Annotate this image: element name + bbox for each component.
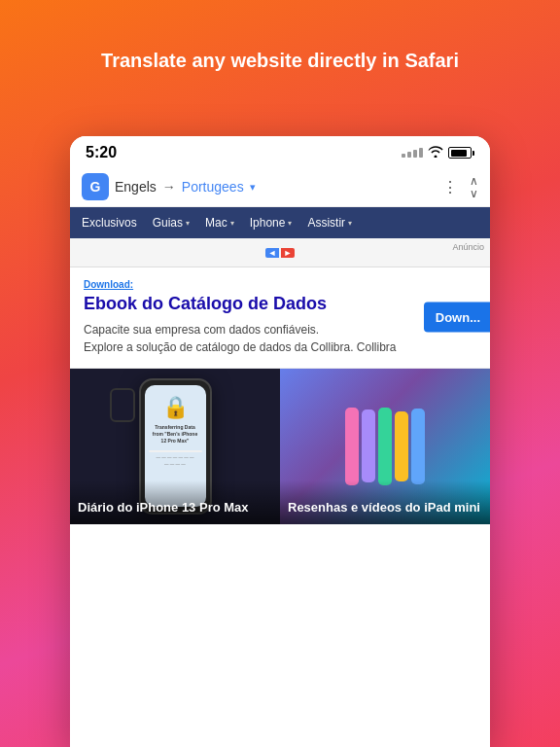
status-time: 5:20 <box>86 144 117 161</box>
ad-title: Ebook do Catálogo de Dados <box>84 294 476 315</box>
ad-left-arrow-icon: ◄ <box>265 248 279 258</box>
collapse-translate-button[interactable]: ∧ ∨ <box>470 175 478 199</box>
translate-bar: G Engels → Portugees ▾ ⋮ ∧ ∨ <box>70 167 490 207</box>
nav-item-iphone[interactable]: Iphone ▾ <box>242 210 300 235</box>
card-iphone-label: Diário do iPhone 13 Pro Max <box>70 480 280 524</box>
assistir-chevron-icon: ▾ <box>348 219 352 228</box>
ad-description: Capacite sua empresa com dados confiávei… <box>84 321 476 356</box>
card-ipad-label: Resenhas e vídeos do iPad mini <box>280 480 490 524</box>
nav-bar: Exclusivos Guias ▾ Mac ▾ Iphone ▾ Assist… <box>70 207 490 238</box>
target-language[interactable]: Portugees <box>182 179 244 195</box>
status-bar: 5:20 <box>70 136 490 167</box>
source-language: Engels <box>115 179 157 195</box>
translate-arrow-icon: → <box>162 179 176 195</box>
google-translate-logo: G <box>82 173 109 200</box>
ad-right-arrow-icon: ► <box>281 248 295 258</box>
card-iphone[interactable]: 🔒 Transferring Datafrom "Ben's iPhone12 … <box>70 369 280 524</box>
nav-item-assistir[interactable]: Assistir ▾ <box>299 210 360 235</box>
cards-section: 🔒 Transferring Datafrom "Ben's iPhone12 … <box>70 369 490 524</box>
ad-content-block[interactable]: Download: Ebook do Catálogo de Dados Cap… <box>70 267 490 369</box>
guias-chevron-icon: ▾ <box>186 219 190 228</box>
ad-arrows: ◄ ► <box>265 248 295 258</box>
header-title: Translate any website directly in Safari <box>49 47 511 74</box>
battery-icon <box>448 147 474 159</box>
signal-icon <box>402 148 423 158</box>
ad-label: Anúncio <box>452 242 484 252</box>
nav-item-mac[interactable]: Mac ▾ <box>197 210 242 235</box>
wifi-icon <box>428 145 443 160</box>
language-chevron-icon[interactable]: ▾ <box>250 181 256 194</box>
ad-tag: Download: <box>84 279 476 290</box>
card-ipad[interactable]: Resenhas e vídeos do iPad mini <box>280 369 490 524</box>
ad-download-button[interactable]: Down... <box>424 302 490 333</box>
ad-banner-strip: ◄ ► Anúncio <box>70 238 490 267</box>
iphone-chevron-icon: ▾ <box>288 219 292 228</box>
translate-menu-icon[interactable]: ⋮ <box>437 176 464 198</box>
mac-chevron-icon: ▾ <box>230 219 234 228</box>
status-icons <box>402 145 474 160</box>
nav-item-guias[interactable]: Guias ▾ <box>145 210 197 235</box>
nav-item-exclusivos[interactable]: Exclusivos <box>74 210 145 235</box>
phone-mockup: 5:20 <box>70 136 490 747</box>
